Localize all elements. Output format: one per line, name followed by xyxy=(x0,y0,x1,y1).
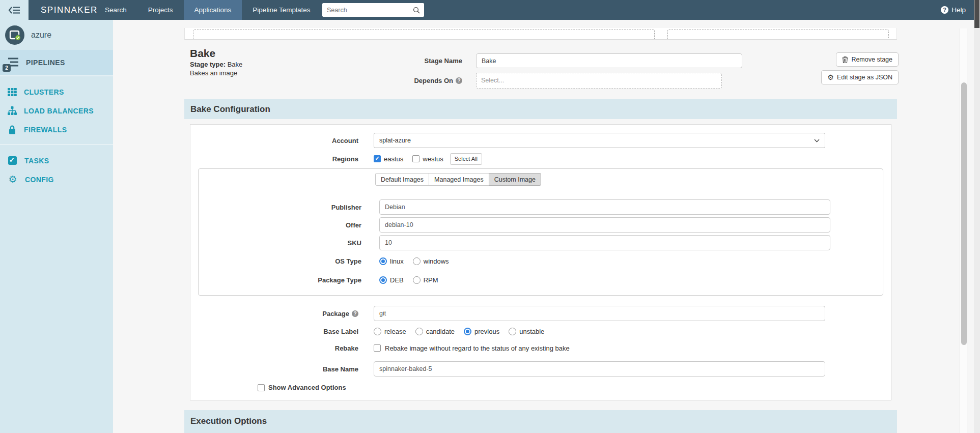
base-label-row: Base Label release candidate previous xyxy=(190,327,891,335)
sidebar-item-tasks[interactable]: TASKS xyxy=(0,151,113,170)
load-balancers-icon xyxy=(7,106,17,116)
stage-type-line: Stage type: Bake xyxy=(190,60,242,69)
gear-icon: ⚙ xyxy=(7,175,18,184)
previous-label: previous xyxy=(474,328,499,335)
previous-radio[interactable] xyxy=(464,328,471,335)
base-label-option-previous[interactable]: previous xyxy=(464,328,499,335)
azure-app-icon xyxy=(5,25,25,45)
sku-label: SKU xyxy=(199,239,361,247)
sidebar-item-clusters[interactable]: CLUSTERS xyxy=(0,82,113,101)
nav-item-applications[interactable]: Applications xyxy=(184,0,242,20)
pipeline-stage-node[interactable] xyxy=(193,30,655,40)
package-type-option-rpm[interactable]: RPM xyxy=(413,276,438,284)
nav-item-search[interactable]: Search xyxy=(94,0,137,20)
westus-checkbox[interactable] xyxy=(412,155,419,162)
depends-on-select[interactable]: Select... xyxy=(476,73,722,89)
account-select[interactable]: splat-azure xyxy=(374,133,825,148)
search-icon xyxy=(413,7,424,14)
sidebar-item-firewalls[interactable]: FIREWALLS xyxy=(0,120,113,139)
package-label: Package xyxy=(322,310,349,317)
stage-name-input[interactable] xyxy=(476,53,742,68)
tab-custom-image[interactable]: Custom Image xyxy=(489,173,541,186)
question-circle-icon xyxy=(352,310,358,317)
account-row: Account splat-azure xyxy=(190,133,891,148)
clusters-grid-icon xyxy=(7,87,17,97)
base-name-label: Base Name xyxy=(190,365,358,373)
select-all-regions-button[interactable]: Select All xyxy=(450,153,482,165)
bake-configuration-header: Bake Configuration xyxy=(184,99,897,119)
candidate-radio[interactable] xyxy=(415,328,423,335)
sidebar-item-pipelines[interactable]: 2 PIPELINES xyxy=(0,50,113,75)
account-select-value: splat-azure xyxy=(379,137,411,144)
content-scrollbar-thumb[interactable] xyxy=(961,82,967,345)
rebake-checkbox[interactable] xyxy=(374,344,381,352)
sidebar-infrastructure-group: CLUSTERS xyxy=(0,76,113,139)
tab-default-images[interactable]: Default Images xyxy=(375,173,429,186)
deb-label: DEB xyxy=(390,276,404,284)
content-scrollbar-track[interactable] xyxy=(960,28,967,433)
config-label: CONFIG xyxy=(25,176,54,184)
deb-radio[interactable] xyxy=(379,276,387,284)
global-search-input[interactable] xyxy=(323,7,413,14)
stage-type-value: Bake xyxy=(228,61,243,68)
show-advanced-checkbox[interactable] xyxy=(258,384,265,391)
nav-item-pipeline-templates[interactable]: Pipeline Templates xyxy=(242,0,321,20)
westus-label: westus xyxy=(423,155,443,163)
offer-input[interactable] xyxy=(379,217,830,233)
region-option-westus[interactable]: westus xyxy=(412,155,443,163)
linux-radio[interactable] xyxy=(379,257,387,265)
package-row: Package xyxy=(190,306,891,321)
gear-icon: ⚙ xyxy=(827,74,834,81)
base-label-option-release[interactable]: release xyxy=(374,328,406,335)
package-input[interactable] xyxy=(374,306,825,321)
stage-type-label: Stage type: xyxy=(190,61,226,68)
nav-item-projects[interactable]: Projects xyxy=(137,0,184,20)
pipeline-stage-node[interactable] xyxy=(667,30,889,40)
edit-stage-json-button[interactable]: ⚙ Edit stage as JSON xyxy=(821,70,899,84)
sidebar-collapse-button[interactable] xyxy=(0,0,29,20)
sku-input[interactable] xyxy=(379,235,830,250)
lock-icon xyxy=(7,125,17,135)
release-label: release xyxy=(384,328,406,335)
remove-stage-button[interactable]: Remove stage xyxy=(836,52,899,67)
page-scrollbar-track[interactable] xyxy=(974,0,980,433)
sidebar-item-config[interactable]: ⚙ CONFIG xyxy=(0,170,113,189)
depends-on-label: Depends On xyxy=(414,77,453,84)
chevron-down-icon xyxy=(814,139,820,142)
sidebar-tasks-group: TASKS ⚙ CONFIG xyxy=(0,145,113,189)
rebake-label: Rebake xyxy=(190,344,358,352)
base-label-option-candidate[interactable]: candidate xyxy=(415,328,455,335)
eastus-checkbox[interactable] xyxy=(374,155,381,162)
show-advanced-label: Show Advanced Options xyxy=(268,384,346,391)
package-label-row: Package xyxy=(190,310,358,317)
package-type-label: Package Type xyxy=(199,276,361,284)
package-type-row: Package Type DEB RPM xyxy=(199,276,883,284)
unstable-radio[interactable] xyxy=(509,328,516,335)
execution-options-header: Execution Options xyxy=(184,410,897,433)
windows-radio[interactable] xyxy=(413,257,421,265)
rpm-radio[interactable] xyxy=(413,276,421,284)
base-name-input[interactable] xyxy=(374,361,825,377)
rebake-description: Rebake image without regard to the statu… xyxy=(385,344,570,352)
pipeline-graph-panel xyxy=(184,28,897,40)
windows-label: windows xyxy=(424,257,449,265)
sidebar-item-load-balancers[interactable]: LOAD BALANCERS xyxy=(0,101,113,120)
global-search xyxy=(322,3,424,17)
image-source-tabs: Default Images Managed Images Custom Ima… xyxy=(375,173,883,186)
tab-managed-images[interactable]: Managed Images xyxy=(429,173,489,186)
region-option-eastus[interactable]: eastus xyxy=(374,155,403,163)
clusters-label: CLUSTERS xyxy=(24,88,64,96)
account-label: Account xyxy=(190,137,358,145)
page-scrollbar-thumb[interactable] xyxy=(974,0,979,28)
os-type-option-linux[interactable]: linux xyxy=(379,257,404,265)
help-link[interactable]: Help xyxy=(941,0,966,20)
remove-stage-label: Remove stage xyxy=(851,56,892,63)
package-type-option-deb[interactable]: DEB xyxy=(379,276,404,284)
tasks-label: TASKS xyxy=(24,157,49,165)
base-label-option-unstable[interactable]: unstable xyxy=(509,328,544,335)
sidebar-app-header[interactable]: azure xyxy=(0,20,113,50)
publisher-input[interactable] xyxy=(379,199,830,215)
os-type-option-windows[interactable]: windows xyxy=(413,257,449,265)
linux-label: linux xyxy=(390,257,404,265)
release-radio[interactable] xyxy=(374,328,381,335)
